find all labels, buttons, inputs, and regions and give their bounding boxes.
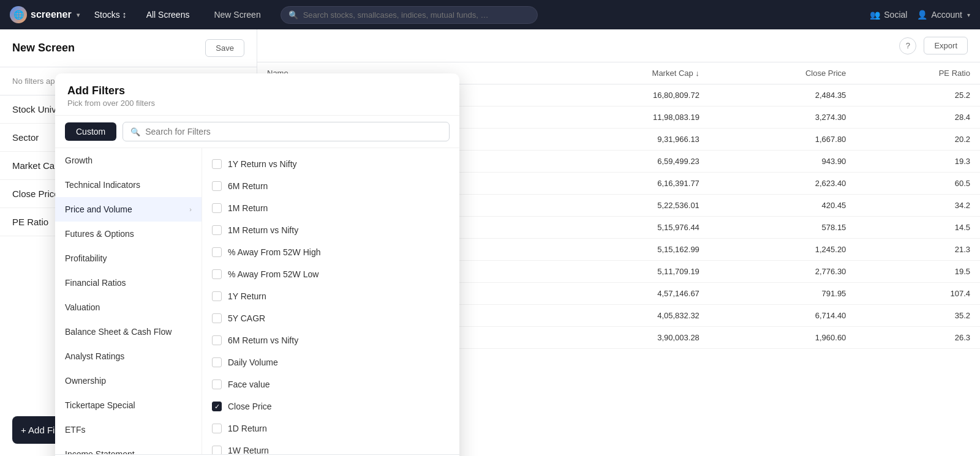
category-item-income-statement[interactable]: Income Statement bbox=[55, 442, 202, 454]
filter-checkbox[interactable] bbox=[212, 446, 222, 454]
category-item-balance-sheet-cash-flow[interactable]: Balance Sheet & Cash Flow bbox=[55, 320, 202, 344]
new-screen-link[interactable]: New Screen bbox=[209, 7, 265, 22]
filter-item--m-return[interactable]: 1M Return bbox=[202, 197, 459, 219]
stocks-link[interactable]: Stocks ↕ bbox=[94, 10, 127, 20]
filter-item-face-value[interactable]: Face value bbox=[202, 373, 459, 395]
logo-dropdown-icon: ▾ bbox=[77, 12, 80, 18]
col-pe-ratio[interactable]: PE Ratio bbox=[856, 62, 980, 84]
cell-market-cap: 5,22,536.01 bbox=[546, 195, 709, 217]
category-label: Valuation bbox=[65, 302, 100, 312]
category-label: ETFs bbox=[65, 425, 85, 435]
cell-close-price: 6,714.40 bbox=[709, 305, 856, 327]
filter-item-close-price[interactable]: Close Price bbox=[202, 395, 459, 417]
navbar: 🌐 screener ▾ Stocks ↕ All Screens New Sc… bbox=[0, 0, 980, 29]
search-filters-box[interactable]: 🔍 bbox=[123, 122, 450, 141]
filter-item--y-cagr[interactable]: 5Y CAGR bbox=[202, 307, 459, 329]
search-input[interactable] bbox=[303, 10, 530, 20]
category-item-growth[interactable]: Growth bbox=[55, 148, 202, 173]
cell-market-cap: 5,15,976.44 bbox=[546, 217, 709, 239]
filter-item--away-from-w-low[interactable]: % Away From 52W Low bbox=[202, 263, 459, 285]
filter-item--y-return[interactable]: 1Y Return bbox=[202, 285, 459, 307]
cell-close-price: 2,623.40 bbox=[709, 173, 856, 195]
col-close-price[interactable]: Close Price bbox=[709, 62, 856, 84]
social-icon: 👥 bbox=[870, 10, 880, 20]
category-item-ownership[interactable]: Ownership bbox=[55, 368, 202, 393]
filter-item--m-return[interactable]: 6M Return bbox=[202, 175, 459, 197]
filter-item--m-return-vs-nifty[interactable]: 1M Return vs Nifty bbox=[202, 219, 459, 241]
category-item-futures-options[interactable]: Futures & Options bbox=[55, 222, 202, 246]
cell-pe-ratio: 20.2 bbox=[856, 129, 980, 151]
cell-pe-ratio: 19.5 bbox=[856, 261, 980, 283]
filter-checkbox[interactable] bbox=[212, 379, 222, 389]
logo[interactable]: 🌐 screener ▾ bbox=[10, 6, 80, 23]
nav-right: 👥 Social 👤 Account ▾ bbox=[870, 10, 970, 20]
filter-label: 1Y Return vs Nifty bbox=[228, 159, 297, 169]
search-icon: 🔍 bbox=[288, 10, 298, 20]
category-label: Tickertape Special bbox=[65, 400, 135, 410]
filter-item--away-from-w-high[interactable]: % Away From 52W High bbox=[202, 241, 459, 263]
cell-market-cap: 4,05,832.32 bbox=[546, 305, 709, 327]
help-button[interactable]: ? bbox=[899, 37, 916, 54]
logo-icon: 🌐 bbox=[10, 6, 27, 23]
filter-checkbox[interactable] bbox=[212, 225, 222, 235]
filter-checkbox[interactable] bbox=[212, 159, 222, 169]
cell-market-cap: 5,15,162.99 bbox=[546, 239, 709, 261]
account-icon: 👤 bbox=[917, 10, 927, 20]
filter-item--w-return[interactable]: 1W Return bbox=[202, 439, 459, 454]
filter-checkbox[interactable] bbox=[212, 269, 222, 279]
search-filters-icon: 🔍 bbox=[130, 127, 140, 136]
filter-checkbox[interactable] bbox=[212, 313, 222, 323]
category-item-technical-indicators[interactable]: Technical Indicators bbox=[55, 173, 202, 197]
category-label: Analyst Ratings bbox=[65, 351, 124, 361]
filter-label: 1Y Return bbox=[228, 291, 266, 301]
filter-label: 1M Return bbox=[228, 203, 268, 213]
category-item-financial-ratios[interactable]: Financial Ratios bbox=[55, 271, 202, 295]
filter-checkbox[interactable] bbox=[212, 335, 222, 345]
col-market-cap[interactable]: Market Cap ↓ bbox=[546, 62, 709, 84]
category-item-tickertape-special[interactable]: Tickertape Special bbox=[55, 393, 202, 417]
cell-pe-ratio: 60.5 bbox=[856, 173, 980, 195]
cell-close-price: 2,776.30 bbox=[709, 261, 856, 283]
export-button[interactable]: Export bbox=[924, 37, 968, 54]
account-link[interactable]: 👤 Account ▾ bbox=[917, 10, 970, 20]
filter-checkbox[interactable] bbox=[212, 247, 222, 257]
filter-checkbox[interactable] bbox=[212, 402, 222, 411]
filter-item--y-return-vs-nifty[interactable]: 1Y Return vs Nifty bbox=[202, 153, 459, 175]
filter-checkbox[interactable] bbox=[212, 291, 222, 301]
cell-pe-ratio: 19.3 bbox=[856, 151, 980, 173]
save-button[interactable]: Save bbox=[205, 39, 244, 57]
category-item-analyst-ratings[interactable]: Analyst Ratings bbox=[55, 344, 202, 368]
main-layout: New Screen Save No filters applied Reset… bbox=[0, 29, 980, 456]
category-label: Profitability bbox=[65, 253, 107, 263]
cell-close-price: 3,274.30 bbox=[709, 107, 856, 129]
logo-text: screener bbox=[31, 9, 72, 20]
category-item-profitability[interactable]: Profitability bbox=[55, 246, 202, 271]
search-filters-input[interactable] bbox=[145, 127, 442, 136]
sector-label: Sector bbox=[12, 132, 39, 143]
cell-market-cap: 3,90,003.28 bbox=[546, 327, 709, 349]
filter-label: 6M Return vs Nifty bbox=[228, 335, 298, 345]
filter-item--d-return[interactable]: 1D Return bbox=[202, 417, 459, 439]
filter-checkbox[interactable] bbox=[212, 203, 222, 213]
panel-header: Add Filters Pick from over 200 filters bbox=[55, 73, 459, 116]
all-screens-link[interactable]: All Screens bbox=[141, 7, 195, 22]
category-item-valuation[interactable]: Valuation bbox=[55, 295, 202, 320]
category-label: Ownership bbox=[65, 376, 106, 386]
filter-checkbox[interactable] bbox=[212, 424, 222, 433]
filter-checkbox[interactable] bbox=[212, 357, 222, 367]
filter-label: % Away From 52W Low bbox=[228, 269, 318, 279]
cell-pe-ratio: 28.4 bbox=[856, 107, 980, 129]
filter-checkbox[interactable] bbox=[212, 181, 222, 191]
filter-item--m-return-vs-nifty[interactable]: 6M Return vs Nifty bbox=[202, 329, 459, 351]
panel-subtitle: Pick from over 200 filters bbox=[67, 99, 447, 108]
category-label: Balance Sheet & Cash Flow bbox=[65, 327, 172, 337]
cell-pe-ratio: 34.2 bbox=[856, 195, 980, 217]
cell-pe-ratio: 21.3 bbox=[856, 239, 980, 261]
global-search[interactable]: 🔍 bbox=[281, 6, 538, 24]
social-link[interactable]: 👥 Social bbox=[870, 10, 907, 20]
custom-button[interactable]: Custom bbox=[65, 122, 116, 141]
category-item-price-and-volume[interactable]: Price and Volume › bbox=[55, 197, 202, 222]
filter-label: 1W Return bbox=[228, 446, 269, 454]
filter-item-daily-volume[interactable]: Daily Volume bbox=[202, 351, 459, 373]
category-item-etfs[interactable]: ETFs bbox=[55, 417, 202, 442]
